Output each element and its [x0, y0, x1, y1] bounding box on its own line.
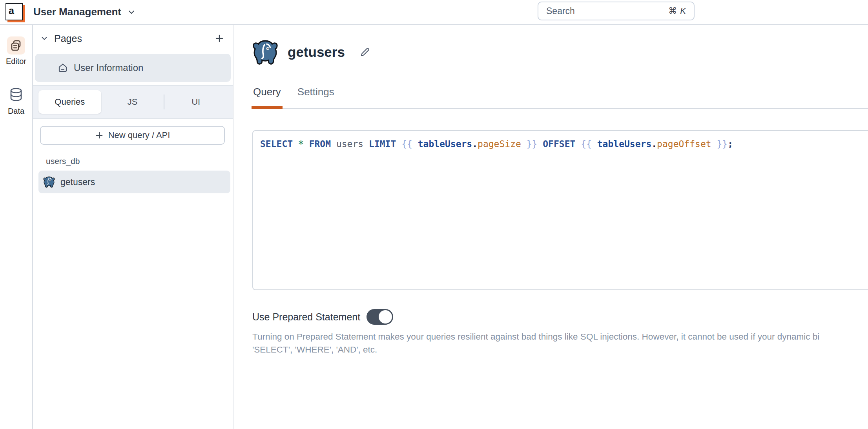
main-content: getusers Query Settings SELECT * FROM us… — [233, 25, 868, 429]
tab-query[interactable]: Query — [252, 86, 282, 108]
editor-pages-icon — [10, 39, 22, 52]
rail-item-editor[interactable]: Editor — [6, 36, 26, 66]
description-line-2: 'SELECT', 'WHERE', 'AND', etc. — [252, 345, 377, 354]
query-header: getusers — [252, 38, 868, 66]
left-rail: Editor Data — [0, 25, 33, 429]
database-icon — [9, 87, 24, 103]
new-query-button-label: New query / API — [108, 130, 170, 140]
pages-header: Pages — [33, 25, 233, 52]
logo-text: a_ — [9, 5, 20, 16]
data-icon-box — [7, 86, 25, 104]
top-bar: a_ User Management Search ⌘ K — [0, 0, 868, 25]
tab-ui-label: UI — [191, 97, 200, 107]
query-item-getusers[interactable]: getusers — [38, 171, 230, 193]
app-title-menu[interactable]: User Management — [33, 0, 135, 24]
search-placeholder: Search — [546, 6, 668, 16]
rail-label-editor: Editor — [6, 57, 26, 66]
query-item-label: getusers — [60, 177, 95, 187]
search-shortcut: ⌘ K — [668, 6, 686, 16]
rail-item-data[interactable]: Data — [7, 86, 25, 116]
tab-query-label: Query — [253, 86, 281, 98]
sql-code-line: SELECT * FROM users LIMIT {{ tableUsers.… — [260, 139, 865, 149]
pencil-icon — [359, 46, 371, 58]
tab-settings-label: Settings — [297, 86, 334, 98]
tab-queries-label: Queries — [55, 97, 85, 107]
appsmith-logo[interactable]: a_ — [5, 3, 23, 20]
shortcut-key-label: K — [680, 6, 686, 16]
description-line-1: Turning on Prepared Statement makes your… — [252, 330, 868, 343]
plus-icon[interactable] — [215, 34, 224, 43]
prepared-statement-row: Use Prepared Statement — [252, 309, 868, 325]
new-query-button[interactable]: New query / API — [40, 126, 225, 145]
search-input[interactable]: Search ⌘ K — [538, 2, 695, 20]
prepared-statement-label: Use Prepared Statement — [252, 311, 360, 323]
prepared-statement-description: Turning on Prepared Statement makes your… — [252, 330, 868, 356]
plus-icon — [95, 131, 104, 140]
query-title: getusers — [288, 44, 345, 60]
pages-title: Pages — [54, 33, 82, 44]
entity-tabs: Queries JS UI — [33, 86, 233, 119]
toggle-knob — [379, 310, 392, 324]
prepared-statement-toggle[interactable] — [367, 309, 393, 325]
page-item-label: User Information — [74, 62, 143, 73]
editor-icon-box — [7, 36, 25, 55]
tab-ui[interactable]: UI — [164, 90, 227, 114]
page-item-user-information[interactable]: User Information — [35, 54, 231, 82]
home-icon — [58, 63, 68, 73]
app-title: User Management — [33, 6, 121, 18]
tab-js[interactable]: JS — [101, 90, 164, 114]
tab-js-label: JS — [128, 97, 138, 107]
tab-queries[interactable]: Queries — [38, 90, 101, 114]
postgresql-icon — [252, 38, 278, 66]
datasource-group-label: users_db — [46, 156, 233, 166]
chevron-down-icon — [128, 8, 135, 16]
pages-panel: Pages User Information Queries JS — [33, 25, 233, 429]
command-key-icon: ⌘ — [668, 6, 677, 16]
sql-editor[interactable]: SELECT * FROM users LIMIT {{ tableUsers.… — [252, 130, 868, 290]
tab-settings[interactable]: Settings — [297, 86, 335, 108]
postgresql-icon — [43, 176, 55, 188]
rail-label-data: Data — [8, 107, 24, 116]
chevron-down-icon[interactable] — [41, 35, 48, 42]
edit-name-button[interactable] — [359, 46, 371, 58]
query-settings-tabs: Query Settings — [252, 86, 868, 109]
